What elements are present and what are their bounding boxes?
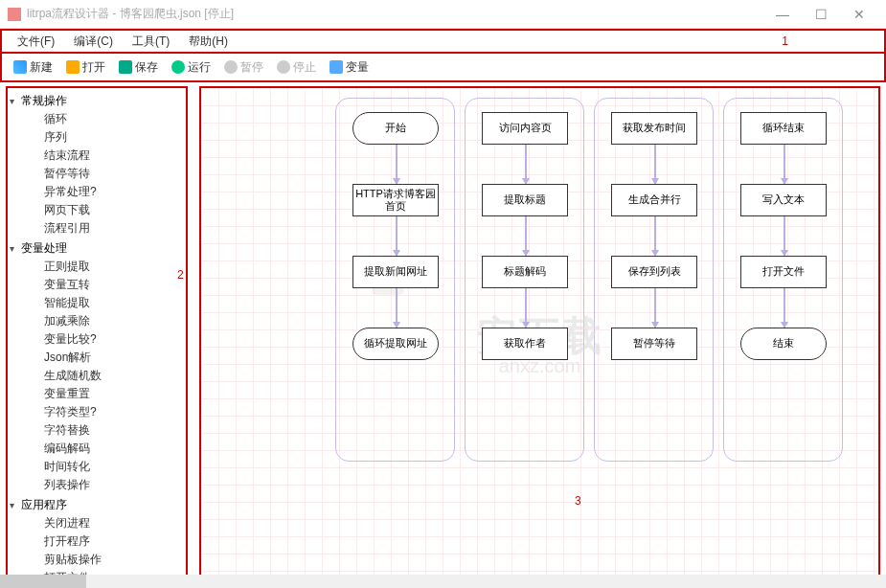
chevron-down-icon: ▾ [10,96,21,106]
tree-group-label: 变量处理 [21,240,67,257]
tree-group-label: 应用程序 [21,497,67,513]
tree-item[interactable]: 生成随机数 [10,367,184,385]
new-button[interactable]: 新建 [8,57,58,78]
app-icon [8,8,21,21]
sidebar-panel: ▾常规操作循环序列结束流程暂停等待异常处理?网页下载流程引用▾变量处理正则提取变… [6,86,188,586]
tree-item[interactable]: 字符替换 [10,421,184,440]
chevron-down-icon: ▾ [10,500,21,510]
tree-item[interactable]: 字符类型? [10,403,184,421]
tree-item[interactable]: 流程引用 [10,219,184,237]
tree-item[interactable]: 编码解码 [10,440,184,458]
tree-item[interactable]: Json解析 [10,349,184,367]
maximize-button[interactable]: ☐ [802,7,840,22]
scrollbar-horizontal[interactable] [0,575,873,588]
run-button[interactable]: 运行 [166,57,216,78]
run-icon [171,60,185,74]
open-button[interactable]: 打开 [60,57,111,78]
tree-item[interactable]: 时间转化 [10,458,184,476]
close-button[interactable]: ✕ [840,7,878,22]
flow-node[interactable]: 循环提取网址 [352,328,439,360]
tree-item[interactable]: 结束流程 [10,147,184,165]
var-icon [329,60,343,74]
tree-item[interactable]: 关闭进程 [10,514,184,532]
flow-arrow [784,288,785,328]
flow-node[interactable]: 写入文本 [740,184,827,216]
flow-arrow [525,145,527,184]
flow-arrow [654,216,656,256]
flow-arrow [784,216,785,256]
minimize-button[interactable]: — [763,7,802,22]
new-icon [13,60,27,74]
tree-group-header[interactable]: ▾应用程序 [10,496,184,514]
title-bar: litrpa流程设计器 - 博客园爬虫.json [停止] — ☐ ✕ [0,0,886,29]
flow-arrow [784,145,785,184]
variables-button[interactable]: 变量 [324,57,375,78]
stop-button[interactable]: 停止 [271,57,322,78]
menu-help[interactable]: 帮助(H) [179,30,238,54]
save-button[interactable]: 保存 [113,57,164,78]
tree-item[interactable]: 变量比较? [10,330,184,349]
flow-canvas[interactable]: 安下载 anxz.com 开始HTTP请求博客园首页提取新闻网址循环提取网址访问… [201,88,878,584]
tree-group-header[interactable]: ▾常规操作 [10,92,184,110]
flow-node[interactable]: 获取发布时间 [611,112,697,145]
canvas-wrap: 安下载 anxz.com 开始HTTP请求博客园首页提取新闻网址循环提取网址访问… [199,86,880,586]
flow-node[interactable]: 提取标题 [482,184,568,216]
tree-item[interactable]: 变量互转 [10,276,184,294]
tree-item[interactable]: 循环 [10,110,184,128]
toolbar: 新建 打开 保存 运行 暂停 停止 变量 [0,54,886,82]
tree-item[interactable]: 正则提取 [10,258,184,276]
annotation-1: 1 [782,34,788,48]
chevron-down-icon: ▾ [10,243,21,254]
menu-compile[interactable]: 编译(C) [64,30,123,54]
tree-item[interactable]: 列表操作 [10,476,184,494]
open-icon [66,60,80,74]
tree-item[interactable]: 打开程序 [10,532,184,551]
tree-item[interactable]: 变量重置 [10,385,184,403]
flow-node[interactable]: 循环结束 [740,112,827,145]
flow-node[interactable]: 生成合并行 [611,184,697,216]
stop-icon [277,60,290,74]
tree-item[interactable]: 加减乘除 [10,312,184,330]
menu-file[interactable]: 文件(F) [8,30,64,54]
tree-item[interactable]: 序列 [10,128,184,147]
flow-node[interactable]: 访问内容页 [482,112,568,145]
tree-group-header[interactable]: ▾变量处理 [10,239,184,258]
menu-tools[interactable]: 工具(T) [123,30,179,54]
window-title: litrpa流程设计器 - 博客园爬虫.json [停止] [27,6,763,22]
flow-node[interactable]: 结束 [740,328,827,360]
flow-node[interactable]: 获取作者 [482,328,568,360]
flow-arrow [396,288,398,328]
tree-item[interactable]: 智能提取 [10,294,184,312]
save-icon [119,60,132,74]
flow-arrow [654,145,656,184]
flow-node[interactable]: 暂停等待 [611,328,697,360]
tree-item[interactable]: 异常处理? [10,183,184,201]
menu-bar: 文件(F) 编译(C) 工具(T) 帮助(H) 1 [0,29,886,54]
flow-arrow [396,216,398,256]
flow-arrow [654,288,656,328]
pause-icon [224,60,238,74]
tree-item[interactable]: 剪贴板操作 [10,551,184,569]
flow-arrow [525,288,527,328]
annotation-2: 2 [177,268,886,282]
tree-item[interactable]: 暂停等待 [10,165,184,183]
flow-arrow [396,145,398,184]
annotation-3: 3 [575,494,581,508]
tree-item[interactable]: 网页下载 [10,201,184,219]
flow-node[interactable]: HTTP请求博客园首页 [352,184,439,216]
scroll-corner [873,575,886,588]
pause-button[interactable]: 暂停 [218,57,269,78]
flow-node[interactable]: 开始 [352,112,439,145]
tree-group-label: 常规操作 [21,93,67,109]
flow-arrow [525,216,527,256]
